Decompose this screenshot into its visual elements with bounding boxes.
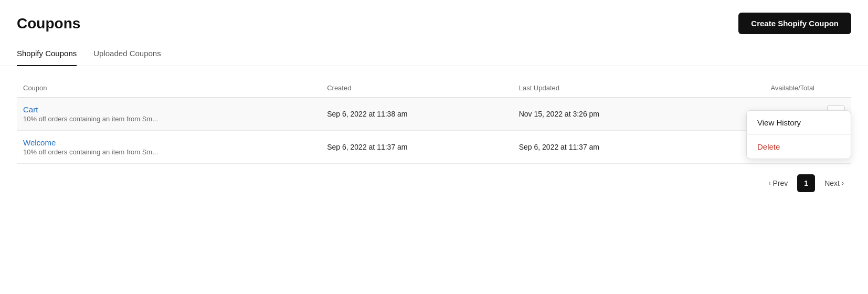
create-shopify-coupon-button[interactable]: Create Shopify Coupon	[738, 13, 851, 34]
page-title: Coupons	[17, 15, 80, 32]
dropdown-menu: View History Delete	[746, 110, 851, 159]
column-header-available-total: Available/Total	[704, 79, 821, 98]
coupon-last-updated-welcome: Sep 6, 2022 at 11:37 am	[513, 131, 705, 164]
table-container: Coupon Created Last Updated Available/To…	[0, 79, 868, 164]
prev-page-button[interactable]: ‹ Prev	[761, 175, 795, 192]
coupon-created-welcome: Sep 6, 2022 at 11:37 am	[321, 131, 513, 164]
tab-uploaded-coupons[interactable]: Uploaded Coupons	[93, 49, 161, 66]
coupon-last-updated-cart: Nov 15, 2022 at 3:26 pm	[513, 98, 705, 131]
coupons-table: Coupon Created Last Updated Available/To…	[17, 79, 851, 164]
coupon-name-welcome[interactable]: Welcome	[23, 138, 314, 147]
column-header-coupon: Coupon	[17, 79, 321, 98]
column-header-last-updated: Last Updated	[513, 79, 705, 98]
table-row: Welcome 10% off orders containing an ite…	[17, 131, 851, 164]
table-row: Cart 10% off orders containing an item f…	[17, 98, 851, 131]
column-header-created: Created	[321, 79, 513, 98]
chevron-left-icon: ‹	[768, 180, 770, 187]
coupon-desc-welcome: 10% off orders containing an item from S…	[23, 148, 314, 156]
pagination: ‹ Prev 1 Next ›	[0, 164, 868, 203]
coupon-name-cart[interactable]: Cart	[23, 105, 314, 114]
dropdown-item-view-history[interactable]: View History	[747, 111, 851, 134]
coupon-created-cart: Sep 6, 2022 at 11:38 am	[321, 98, 513, 131]
coupon-desc-cart: 10% off orders containing an item from S…	[23, 115, 314, 123]
tabs-container: Shopify Coupons Uploaded Coupons	[0, 38, 868, 66]
dropdown-item-delete[interactable]: Delete	[747, 135, 851, 159]
tab-shopify-coupons[interactable]: Shopify Coupons	[17, 49, 77, 66]
chevron-right-icon: ›	[842, 180, 844, 187]
prev-label: Prev	[772, 179, 788, 187]
current-page-button[interactable]: 1	[797, 174, 815, 192]
next-label: Next	[824, 179, 840, 187]
next-page-button[interactable]: Next ›	[817, 175, 851, 192]
